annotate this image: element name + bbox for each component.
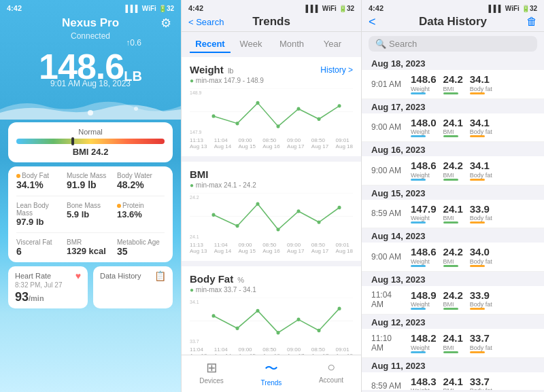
trash-icon[interactable]: 🗑 xyxy=(526,16,537,28)
bmi-val: 24.1 xyxy=(443,118,463,129)
row-time: 11:10 AM xyxy=(371,334,405,353)
status-icons-3: ▌▌▌ WiFi 🔋32 xyxy=(489,5,537,12)
panel-data-history: 4:42 ▌▌▌ WiFi 🔋32 < Data History 🗑 🔍 Sea… xyxy=(362,0,544,392)
bmi-val: 24.1 xyxy=(443,376,463,388)
bmi-val: 24.2 xyxy=(443,290,463,302)
weight-val: 148.6 xyxy=(411,247,437,258)
row-metrics: 148.9 Weight 24.2 BMI 33.9 Body fat xyxy=(411,290,534,310)
history-row[interactable]: 9:01 AM 148.6 Weight 24.2 BMI 34.1 Body … xyxy=(362,70,544,99)
metric-lean-value: 97.9 lb xyxy=(16,217,64,227)
tab-week[interactable]: Week xyxy=(231,36,271,53)
tab-recent[interactable]: Recent xyxy=(190,36,231,53)
trends-scroll[interactable]: Weight lb History > min-max 147.9 - 148.… xyxy=(182,57,361,385)
weight-bar xyxy=(411,308,426,310)
heart-icon: ♥ xyxy=(75,270,81,281)
history-row[interactable]: 11:04 AM 148.9 Weight 24.2 BMI 33.9 Body… xyxy=(362,286,544,315)
back-button-2[interactable]: < Search xyxy=(188,17,224,27)
search-bar[interactable]: 🔍 Search xyxy=(369,36,537,52)
metric-bmr-value: 1329 kcal xyxy=(67,246,114,256)
battery-3: 🔋32 xyxy=(522,5,537,12)
history-row[interactable]: 8:59 AM 148.3 Weight 24.1 BMI 33.7 Body … xyxy=(362,372,544,391)
weight-chart-section: Weight lb History > min-max 147.9 - 148.… xyxy=(182,57,361,156)
metric-muscle-value: 91.9 lb xyxy=(67,179,114,190)
svg-point-1 xyxy=(134,107,138,111)
row-metrics: 148.6 Weight 24.2 BMI 34.0 Body fat xyxy=(411,247,534,267)
time-2: 4:42 xyxy=(188,4,203,12)
svg-point-12 xyxy=(338,104,341,107)
data-history-title: Data History xyxy=(419,15,487,29)
heart-rate-card[interactable]: Heart Rate ♥ 8:32 PM, Jul 27 93/min xyxy=(8,266,88,308)
date-header-aug13: Aug 13, 2023 xyxy=(362,272,544,286)
metric-fat: 33.9 Body fat xyxy=(470,290,492,310)
wave-decoration xyxy=(0,92,181,120)
bmi-indicator xyxy=(71,137,74,145)
weight-lbl: Weight xyxy=(411,215,430,221)
bmi-label: Normal xyxy=(16,128,165,136)
metric-fat: 34.1 Body fat xyxy=(470,160,492,181)
panel-trends: 4:42 ▌▌▌ WiFi 🔋32 < Search Trends Recent… xyxy=(181,0,362,392)
fat-bar xyxy=(470,92,485,94)
weight-bar xyxy=(411,221,426,224)
svg-point-0 xyxy=(88,110,93,115)
metric-lean: Lean Body Mass 97.9 lb xyxy=(16,202,64,227)
weight-chart-title: Weight lb xyxy=(190,64,233,75)
fat-bar xyxy=(470,179,485,181)
back-button-3[interactable]: < xyxy=(369,15,376,29)
metric-bodyfat-label: Body Fat xyxy=(16,172,64,179)
weight-lbl: Weight xyxy=(411,387,430,390)
metric-visceral-label: Visceral Fat xyxy=(16,238,64,246)
fat-bar xyxy=(470,351,485,353)
svg-point-17 xyxy=(212,213,216,217)
data-history-card[interactable]: Data History 📋 xyxy=(93,266,173,308)
svg-point-11 xyxy=(318,118,321,121)
weight-lbl: Weight xyxy=(411,301,430,308)
bmi-val: 24.1 xyxy=(443,204,463,215)
metric-fat: 34.1 Body fat xyxy=(470,74,492,94)
history-row[interactable]: 9:00 AM 148.6 Weight 24.2 BMI 34.0 Body … xyxy=(362,243,544,272)
bmi-lbl: BMI xyxy=(443,215,454,221)
device-header: Nexus Pro ⚙ xyxy=(0,14,181,31)
data-history-list[interactable]: Aug 18, 2023 9:01 AM 148.6 Weight 24.2 B… xyxy=(362,56,544,390)
metric-bmr-label: BMR xyxy=(67,238,114,246)
metric-age: Metabolic Age 35 xyxy=(117,238,165,257)
wifi-icon-2: WiFi xyxy=(322,5,337,12)
metric-weight: 147.9 Weight xyxy=(411,204,437,224)
fat-lbl: Body fat xyxy=(470,301,492,308)
nav-account[interactable]: ○ Account xyxy=(301,359,361,387)
metric-fat: 34.0 Body fat xyxy=(470,247,492,267)
bmi-lbl: BMI xyxy=(443,301,454,308)
status-bar-2: 4:42 ▌▌▌ WiFi 🔋32 xyxy=(182,0,361,14)
tab-month[interactable]: Month xyxy=(271,36,312,53)
trends-icon: 〜 xyxy=(265,359,278,378)
nav-trends[interactable]: 〜 Trends xyxy=(241,359,301,387)
battery-2: 🔋32 xyxy=(339,5,354,12)
account-icon: ○ xyxy=(327,359,335,375)
history-row[interactable]: 11:10 AM 148.2 Weight 24.1 BMI 33.7 Body… xyxy=(362,329,544,358)
metric-protein-label: Protein xyxy=(117,202,165,209)
status-icons-1: ▌▌▌ WiFi 🔋32 xyxy=(126,5,174,12)
nav-devices[interactable]: ⊞ Devices xyxy=(182,359,241,387)
row-metrics: 147.9 Weight 24.1 BMI 33.9 Body fat xyxy=(411,204,534,224)
svg-point-29 xyxy=(236,327,239,330)
fat-bar xyxy=(470,308,485,310)
weight-history-link[interactable]: History > xyxy=(320,65,353,75)
gear-icon[interactable]: ⚙ xyxy=(160,16,171,31)
weight-bar xyxy=(411,179,426,181)
tab-year[interactable]: Year xyxy=(312,36,353,53)
svg-text:147.9: 147.9 xyxy=(190,129,202,135)
bmi-lbl: BMI xyxy=(443,172,454,179)
metric-protein: Protein 13.6% xyxy=(117,202,165,227)
metric-protein-value: 13.6% xyxy=(117,209,165,219)
svg-point-34 xyxy=(338,306,341,310)
bmi-chart: 24.2 24.1 xyxy=(190,193,353,240)
history-row[interactable]: 8:59 AM 147.9 Weight 24.1 BMI 33.9 Body … xyxy=(362,200,544,229)
metric-weight: 148.3 Weight xyxy=(411,376,437,391)
weight-val: 148.0 xyxy=(411,118,437,129)
fat-val: 34.0 xyxy=(470,247,490,258)
history-row[interactable]: 9:00 AM 148.0 Weight 24.1 BMI 34.1 Body … xyxy=(362,113,544,143)
nav-trends-label: Trends xyxy=(261,379,282,387)
bmi-val: 24.2 xyxy=(443,74,463,86)
data-history-label: Data History xyxy=(100,272,141,280)
bmi-bar xyxy=(443,135,458,137)
history-row[interactable]: 9:00 AM 148.6 Weight 24.2 BMI 34.1 Body … xyxy=(362,156,544,185)
